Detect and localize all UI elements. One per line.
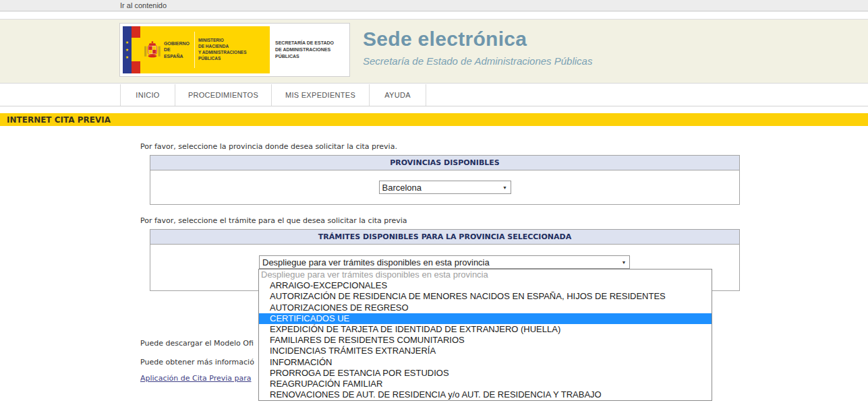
- gobierno-label: GOBIERNO DE ESPAÑA: [164, 40, 191, 59]
- tab-inicio[interactable]: INICIO: [120, 84, 175, 106]
- spain-flag-icon: [132, 26, 140, 73]
- chevron-down-icon: ▼: [618, 260, 629, 265]
- ministerio-label: MINISTERIO DE HACIENDA Y ADMINISTRACIONE…: [198, 38, 270, 61]
- star-icon: ★: [125, 40, 129, 44]
- dropdown-option[interactable]: REAGRUPACIÓN FAMILIAR: [259, 379, 712, 389]
- dropdown-option[interactable]: EXPEDICIÓN DE TARJETA DE IDENTIDAD DE EX…: [259, 324, 712, 335]
- dropdown-option[interactable]: RENOVACIONES DE AUT. DE RESIDENCIA y/o A…: [259, 389, 712, 400]
- dropdown-option-highlighted[interactable]: CERTIFICADOS UE: [259, 313, 712, 324]
- tramite-select[interactable]: Despliegue para ver trámites disponibles…: [259, 255, 630, 269]
- star-icon: ★: [125, 48, 129, 52]
- tramite-table-header: TRÁMITES DISPONIBLES PARA LA PROVINCIA S…: [150, 230, 739, 245]
- province-table-body: Barcelona ▼: [150, 170, 739, 204]
- skip-link-bar: Ir al contenido: [0, 0, 868, 11]
- tab-ayuda[interactable]: AYUDA: [370, 84, 426, 106]
- tramite-dropdown-list: Despliegue para ver trámites disponibles…: [258, 269, 712, 401]
- province-select[interactable]: Barcelona ▼: [379, 181, 511, 194]
- dropdown-option[interactable]: AUTORIZACIONES DE REGRESO: [259, 303, 712, 313]
- tab-mis-expedientes[interactable]: MIS EXPEDIENTES: [272, 84, 370, 106]
- spain-coat-of-arms-icon: [144, 40, 161, 60]
- page-title: Sede electrónica: [363, 28, 592, 51]
- section-title: INTERNET CITA PREVIA: [7, 115, 111, 125]
- eu-flag-icon: ★ ★ ★: [123, 26, 132, 73]
- government-logo[interactable]: ★ ★ ★ GOBIERNO: [119, 23, 350, 77]
- tab-procedimientos[interactable]: PROCEDIMIENTOS: [175, 84, 272, 106]
- tramite-select-value: Despliegue para ver trámites disponibles…: [260, 257, 618, 267]
- secretaria-label: SECRETARÍA DE ESTADO DE ADMINISTRACIONES…: [275, 40, 347, 59]
- download-model-text: Puede descargar el Modelo Ofi: [140, 339, 254, 348]
- province-prompt: Por favor, seleccione la provincia donde…: [140, 142, 397, 151]
- dropdown-option[interactable]: INCIDENCIAS TRÁMITES EXTRANJERÍA: [259, 346, 712, 356]
- province-select-value: Barcelona: [380, 183, 500, 193]
- site-titles: Sede electrónica Secretaría de Estado de…: [363, 28, 592, 67]
- dropdown-option[interactable]: INFORMACIÓN: [259, 357, 712, 368]
- cita-previa-app-link[interactable]: Aplicación de Cita Previa para: [140, 374, 252, 383]
- cita-previa-page: Ir al contenido ★ ★ ★: [0, 0, 868, 413]
- main-navigation: INICIO PROCEDIMIENTOS MIS EXPEDIENTES AY…: [0, 84, 868, 106]
- dropdown-option[interactable]: FAMILIARES DE RESIDENTES COMUNITARIOS: [259, 335, 712, 346]
- logo-divider: [194, 32, 195, 68]
- skip-to-content-link[interactable]: Ir al contenido: [120, 1, 167, 9]
- page-subtitle: Secretaría de Estado de Administraciones…: [363, 55, 592, 67]
- dropdown-option[interactable]: ARRAIGO-EXCEPCIONALES: [259, 280, 712, 291]
- dropdown-option-placeholder[interactable]: Despliegue para ver trámites disponibles…: [259, 269, 712, 280]
- tramite-prompt: Por favor, seleccione el trámite para el…: [140, 216, 407, 225]
- province-table: PROVINCIAS DISPONIBLES Barcelona ▼: [150, 155, 740, 205]
- section-banner: INTERNET CITA PREVIA: [0, 113, 868, 126]
- province-table-header: PROVINCIAS DISPONIBLES: [150, 156, 739, 170]
- chevron-down-icon: ▼: [500, 185, 511, 190]
- logo-white-panel: SECRETARÍA DE ESTADO DE ADMINISTRACIONES…: [270, 26, 347, 73]
- more-info-text: Puede obtener más informació: [140, 358, 254, 367]
- logo-yellow-panel: GOBIERNO DE ESPAÑA MINISTERIO DE HACIEND…: [140, 26, 270, 73]
- dropdown-option[interactable]: PRORROGA DE ESTANCIA POR ESTUDIOS: [259, 368, 712, 379]
- star-icon: ★: [125, 55, 129, 59]
- dropdown-option[interactable]: AUTORIZACIÓN DE RESIDENCIA DE MENORES NA…: [259, 291, 712, 302]
- site-header: ★ ★ ★ GOBIERNO: [0, 19, 868, 84]
